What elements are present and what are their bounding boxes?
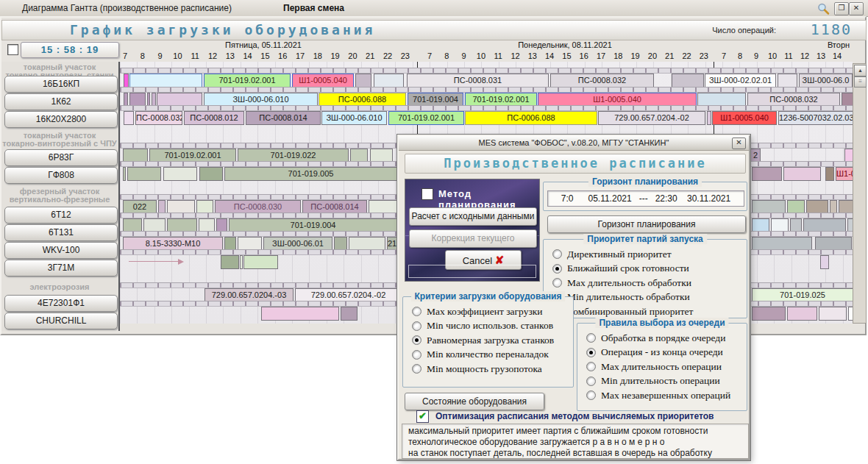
gantt-bar[interactable]: ЗШ-000-02.02.01	[705, 74, 776, 88]
radio-option[interactable]: Min число использов. станков	[406, 319, 572, 334]
gantt-bar[interactable]	[124, 74, 129, 88]
gantt-bar[interactable]: ПС-0006.088	[465, 111, 597, 125]
dialog-close-button[interactable]: ✕	[732, 138, 746, 149]
gantt-bar[interactable]	[820, 255, 829, 269]
method-checkbox[interactable]	[421, 188, 433, 200]
gantt-bar[interactable]: 701-019.005	[224, 167, 397, 181]
optimize-checkbox-label: Оптимизация расписания методом вычисляем…	[435, 411, 714, 421]
radio-button[interactable]	[552, 249, 562, 259]
gantt-bar[interactable]: ПС-0008.031	[407, 74, 549, 88]
gantt-bar[interactable]	[124, 111, 134, 125]
radio-option[interactable]: Max незавершенных операций	[580, 388, 745, 403]
gantt-bar[interactable]: ПС-0008.014	[246, 111, 321, 125]
radio-button[interactable]	[412, 321, 421, 331]
planning-horizon-button[interactable]: Горизонт планирования	[547, 215, 746, 233]
radio-option[interactable]: Max длительность обработки	[547, 276, 745, 290]
gantt-bar[interactable]: ЗШ-000-06.0	[799, 74, 853, 88]
calc-initial-data-button[interactable]: Расчет с исходными данными ...	[409, 207, 537, 226]
machine-button[interactable]: 4Е72301Ф1	[4, 295, 118, 312]
gantt-bar[interactable]	[672, 74, 704, 88]
machine-button[interactable]: 16Б16КП	[4, 76, 118, 93]
gantt-bar[interactable]: Ш1-0	[836, 167, 853, 181]
gantt-bar[interactable]: Ш1-0005.040	[712, 111, 777, 125]
radio-button[interactable]	[586, 390, 596, 400]
gantt-bar[interactable]	[163, 167, 197, 181]
radio-button[interactable]	[552, 278, 562, 288]
radio-button[interactable]	[412, 307, 421, 316]
gantt-bar[interactable]	[199, 167, 223, 181]
machine-button[interactable]: 6Т131	[4, 224, 118, 241]
gantt-bar[interactable]: 729.00.657.0204.-02	[598, 111, 705, 125]
gantt-bar[interactable]	[778, 74, 797, 88]
radio-button[interactable]	[412, 335, 421, 345]
gantt-bar[interactable]	[752, 167, 782, 181]
radio-option[interactable]: Min длительность обработки	[547, 290, 745, 305]
header-checkbox[interactable]	[7, 44, 18, 55]
equipment-state-button[interactable]: Состояние оборудования	[405, 393, 544, 410]
gantt-bar[interactable]	[127, 167, 161, 181]
radio-option[interactable]: Max длительность операции	[580, 360, 745, 374]
zoom-icon[interactable]	[817, 2, 830, 15]
radio-button[interactable]	[586, 333, 596, 343]
radio-option[interactable]: Min количество переналадок	[406, 348, 572, 363]
gantt-bar[interactable]: Ш1-0005.040	[292, 74, 354, 88]
machine-button[interactable]: 6Р83Г	[4, 149, 118, 166]
gantt-bar[interactable]: ПС-0008.032	[550, 74, 654, 88]
gantt-bar[interactable]	[752, 307, 786, 321]
restore-window-button[interactable]: ❐	[834, 2, 849, 15]
gantt-bar[interactable]	[783, 167, 821, 181]
radio-button[interactable]	[412, 364, 421, 374]
machine-button[interactable]: WKV-100	[4, 242, 118, 259]
radio-option[interactable]: Min длительность операции	[580, 374, 745, 389]
gantt-bar[interactable]: ЗШ-000-06.010	[321, 111, 387, 125]
gantt-bar[interactable]	[129, 74, 202, 88]
machine-button[interactable]: 1К62	[4, 93, 118, 110]
timeline-day-label: Понедельник, 08.11.2021	[518, 40, 612, 49]
gantt-bar[interactable]	[123, 167, 126, 181]
machine-button[interactable]: 6Т12	[4, 207, 118, 224]
gantt-bar[interactable]	[819, 307, 847, 321]
radio-option[interactable]: Обработка в порядке очереди	[580, 331, 745, 346]
machine-button[interactable]: ГФ808	[4, 167, 118, 184]
machine-button[interactable]: 16К20Х2800	[4, 111, 118, 128]
gantt-bar[interactable]: ПС-0008.032	[135, 111, 182, 125]
scroll-up-button[interactable]: ▲	[854, 65, 867, 76]
planning-horizon-field[interactable]: 7:0 05.11.2021 --- 22:30 30.11.2021	[547, 190, 744, 207]
gantt-bar[interactable]	[261, 307, 339, 321]
vertical-scrollbar[interactable]: ▲ ≡	[853, 63, 867, 324]
scrollbar-thumb[interactable]: ≡	[854, 76, 867, 88]
close-window-button[interactable]: ✕	[849, 2, 864, 15]
gantt-bar[interactable]	[374, 74, 404, 88]
gantt-bar[interactable]: 701-019.02.001	[204, 74, 291, 88]
gantt-bar[interactable]: 701-019.02.001	[388, 111, 464, 125]
timeline-hour-label: 11	[784, 51, 792, 60]
radio-button[interactable]	[412, 350, 421, 360]
radio-option[interactable]: Ближайший срок готовности	[547, 262, 745, 276]
machine-button[interactable]: 3Г71М	[4, 260, 118, 276]
radio-option[interactable]: Директивный приоритет	[547, 247, 745, 262]
radio-button[interactable]	[552, 264, 562, 274]
radio-button[interactable]	[586, 362, 596, 371]
radio-option[interactable]: Max коэффициент загрузки	[406, 304, 572, 319]
info-line: на станок поступает деталь, последней вс…	[408, 448, 748, 459]
timeline-hour-label: 7	[123, 51, 127, 60]
radio-button[interactable]	[586, 348, 596, 357]
gantt-bar[interactable]	[825, 167, 834, 181]
gantt-bar[interactable]	[355, 74, 371, 88]
gantt-bar[interactable]	[240, 255, 243, 269]
gantt-bar[interactable]	[243, 255, 278, 269]
gantt-bar[interactable]	[787, 307, 817, 321]
gantt-bar[interactable]	[707, 111, 711, 125]
gantt-bar[interactable]: 1236-5007032.02.03	[778, 111, 853, 125]
machine-button[interactable]: CHURCHILL	[4, 313, 118, 329]
radio-option-label: Директивный приоритет	[567, 249, 672, 260]
gantt-bar[interactable]: ПС-0008.012	[184, 111, 244, 125]
gantt-bar[interactable]	[341, 307, 357, 321]
radio-option[interactable]: Min мощность грузопотока	[406, 362, 572, 376]
radio-option[interactable]: Комбинированный приоритет	[547, 304, 745, 319]
optimize-checkbox[interactable]: ✔	[416, 410, 429, 423]
radio-option[interactable]: Равномерная загрузка станков	[406, 333, 572, 348]
gantt-bar[interactable]	[221, 255, 239, 269]
radio-button[interactable]	[586, 376, 596, 386]
radio-option[interactable]: Операция - из конца очереди	[580, 346, 745, 360]
